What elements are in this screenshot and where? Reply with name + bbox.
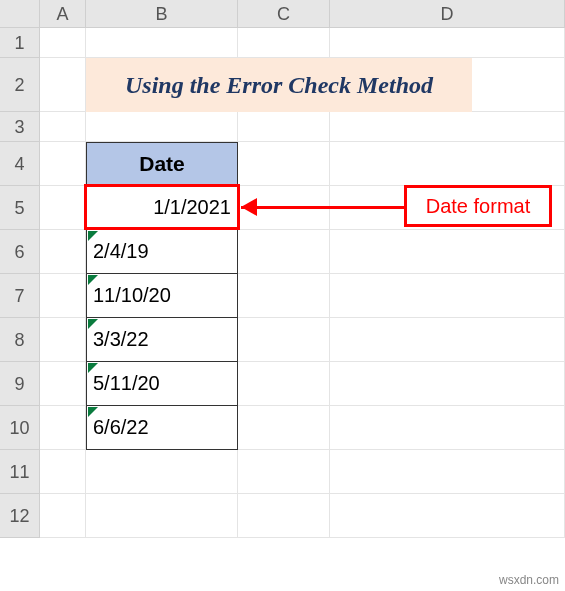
cell-D9[interactable] — [330, 362, 565, 406]
cell-A11[interactable] — [40, 450, 86, 494]
cell-B1[interactable] — [86, 28, 238, 58]
cell-D11[interactable] — [330, 450, 565, 494]
annotation-arrow-line — [241, 206, 404, 209]
title-cell[interactable]: Using the Error Check Method — [86, 58, 472, 112]
cell-C7[interactable] — [238, 274, 330, 318]
cell-C8[interactable] — [238, 318, 330, 362]
col-header-B[interactable]: B — [86, 0, 238, 28]
cell-C3[interactable] — [238, 112, 330, 142]
row-header-9[interactable]: 9 — [0, 362, 40, 406]
cell-A9[interactable] — [40, 362, 86, 406]
cell-A5[interactable] — [40, 186, 86, 230]
cell-D7[interactable] — [330, 274, 565, 318]
cell-A8[interactable] — [40, 318, 86, 362]
cell-A3[interactable] — [40, 112, 86, 142]
cell-A1[interactable] — [40, 28, 86, 58]
row-header-2[interactable]: 2 — [0, 58, 40, 112]
col-header-D[interactable]: D — [330, 0, 565, 28]
cell-D10[interactable] — [330, 406, 565, 450]
cell-B6-value[interactable]: 2/4/19 — [86, 230, 238, 274]
cell-B9-value[interactable]: 5/11/20 — [86, 362, 238, 406]
cell-A7[interactable] — [40, 274, 86, 318]
row-header-6[interactable]: 6 — [0, 230, 40, 274]
cell-A6[interactable] — [40, 230, 86, 274]
cell-B3[interactable] — [86, 112, 238, 142]
col-header-C[interactable]: C — [238, 0, 330, 28]
row-header-12[interactable]: 12 — [0, 494, 40, 538]
annotation-arrow-head — [241, 198, 257, 216]
cell-B11[interactable] — [86, 450, 238, 494]
cell-D3[interactable] — [330, 112, 565, 142]
row-header-10[interactable]: 10 — [0, 406, 40, 450]
col-header-A[interactable]: A — [40, 0, 86, 28]
cell-B12[interactable] — [86, 494, 238, 538]
cell-C4[interactable] — [238, 142, 330, 186]
annotation-callout: Date format — [404, 185, 552, 227]
row-header-3[interactable]: 3 — [0, 112, 40, 142]
cell-B10-value[interactable]: 6/6/22 — [86, 406, 238, 450]
cell-C6[interactable] — [238, 230, 330, 274]
cell-C9[interactable] — [238, 362, 330, 406]
cell-B7-value[interactable]: 11/10/20 — [86, 274, 238, 318]
cell-A4[interactable] — [40, 142, 86, 186]
cell-D4[interactable] — [330, 142, 565, 186]
column-headers: A B C D — [40, 0, 565, 28]
spreadsheet-grid: A B C D 1 2 3 4 5 6 7 8 9 10 11 12 Using… — [0, 0, 565, 591]
cell-D8[interactable] — [330, 318, 565, 362]
cell-C11[interactable] — [238, 450, 330, 494]
cell-A10[interactable] — [40, 406, 86, 450]
cell-C10[interactable] — [238, 406, 330, 450]
row-header-5[interactable]: 5 — [0, 186, 40, 230]
row-header-1[interactable]: 1 — [0, 28, 40, 58]
cell-D6[interactable] — [330, 230, 565, 274]
watermark: wsxdn.com — [499, 573, 559, 587]
cell-C1[interactable] — [238, 28, 330, 58]
row-header-8[interactable]: 8 — [0, 318, 40, 362]
cell-B8-value[interactable]: 3/3/22 — [86, 318, 238, 362]
row-header-4[interactable]: 4 — [0, 142, 40, 186]
cell-D12[interactable] — [330, 494, 565, 538]
cell-B5-value[interactable]: 1/1/2021 — [86, 186, 238, 230]
selectall-corner[interactable] — [0, 0, 40, 28]
cell-A12[interactable] — [40, 494, 86, 538]
cell-C12[interactable] — [238, 494, 330, 538]
table-header-date[interactable]: Date — [86, 142, 238, 186]
row-header-7[interactable]: 7 — [0, 274, 40, 318]
row-header-11[interactable]: 11 — [0, 450, 40, 494]
cell-A2[interactable] — [40, 58, 86, 112]
row-headers: 1 2 3 4 5 6 7 8 9 10 11 12 — [0, 28, 40, 538]
cell-D1[interactable] — [330, 28, 565, 58]
